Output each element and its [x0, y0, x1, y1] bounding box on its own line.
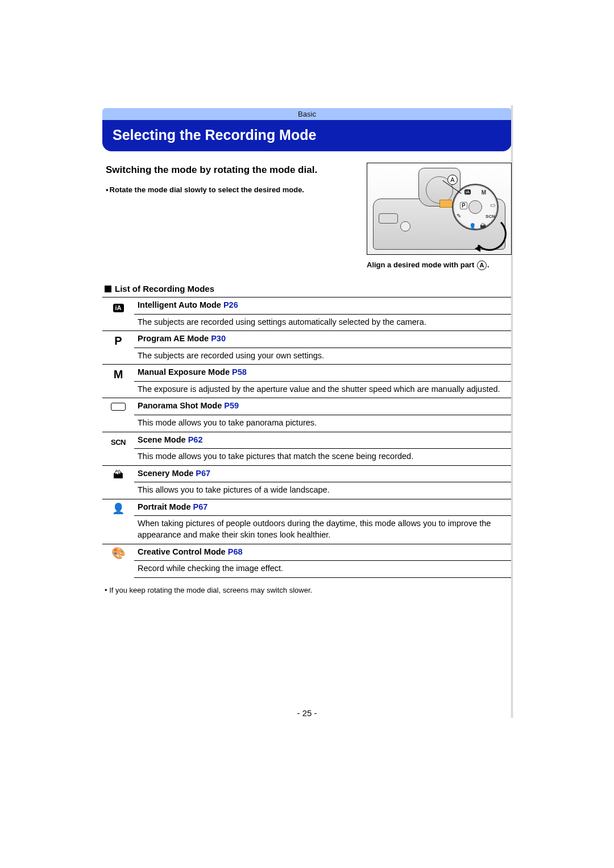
- page-title: Selecting the Recording Mode: [102, 120, 512, 151]
- table-row: This mode allows you to take panorama pi…: [102, 415, 512, 432]
- page-ref-link[interactable]: P59: [224, 401, 239, 410]
- table-row: The exposure is adjusted by the aperture…: [102, 381, 512, 398]
- mode-name: Manual Exposure Mode: [138, 367, 230, 377]
- mode-icon-panorama: [102, 398, 134, 432]
- mode-icon-scn: SCN: [102, 432, 134, 465]
- page-ref-link[interactable]: P26: [223, 300, 238, 309]
- page-ref-link[interactable]: P62: [188, 435, 203, 444]
- table-row: P Program AE Mode P30: [102, 331, 512, 348]
- callout-a-icon: A: [447, 175, 458, 185]
- instruction-bullet: • Rotate the mode dial slowly to select …: [106, 185, 350, 195]
- mode-name: Creative Control Mode: [138, 547, 226, 556]
- footnote: • If you keep rotating the mode dial, sc…: [105, 586, 512, 594]
- diagram-caption: Align a desired mode with part A.: [367, 261, 512, 270]
- page-ref-link[interactable]: P30: [211, 334, 226, 343]
- mode-name: Program AE Mode: [138, 334, 209, 343]
- table-row: M Manual Exposure Mode P58: [102, 365, 512, 382]
- table-row: This mode allows you to take pictures th…: [102, 449, 512, 466]
- page-ref-link[interactable]: P68: [228, 547, 243, 556]
- manual-page: Basic Selecting the Recording Mode Switc…: [102, 108, 512, 718]
- mode-name: Scenery Mode: [138, 469, 193, 478]
- table-row: Record while checking the image effect.: [102, 561, 512, 578]
- table-row: 🏔 Scenery Mode P67: [102, 465, 512, 482]
- table-row: When taking pictures of people outdoors …: [102, 516, 512, 544]
- dial-index-icon: [439, 200, 452, 208]
- table-row: The subjects are recorded using settings…: [102, 314, 512, 331]
- table-row: iA Intelligent Auto Mode P26: [102, 297, 512, 315]
- mode-icon-portrait: 👤: [102, 499, 134, 544]
- mode-name: Scene Mode: [138, 435, 186, 444]
- table-row: SCN Scene Mode P62: [102, 432, 512, 449]
- mode-desc: The exposure is adjusted by the aperture…: [134, 381, 512, 398]
- mode-name: Intelligent Auto Mode: [138, 300, 221, 309]
- mode-icon-p: P: [102, 331, 134, 365]
- mode-desc: The subjects are recorded using settings…: [134, 314, 512, 331]
- page-ref-link[interactable]: P67: [193, 502, 208, 511]
- mode-icon-creative: 🎨: [102, 544, 134, 577]
- square-bullet-icon: [105, 286, 111, 292]
- table-row: This allows you to take pictures of a wi…: [102, 482, 512, 499]
- table-row: 👤 Portrait Mode P67: [102, 499, 512, 516]
- table-row: Panorama Shot Mode P59: [102, 398, 512, 415]
- mode-icon-m: M: [102, 365, 134, 398]
- mode-desc: This mode allows you to take panorama pi…: [134, 415, 512, 432]
- bullet-icon: •: [106, 185, 109, 195]
- table-row: 🎨 Creative Control Mode P68: [102, 544, 512, 561]
- mode-name: Panorama Shot Mode: [138, 401, 222, 410]
- mode-icon-scenery: 🏔: [102, 465, 134, 499]
- page-ref-link[interactable]: P67: [196, 469, 210, 478]
- section-header: Basic: [102, 108, 512, 120]
- mode-desc: The subjects are recorded using your own…: [134, 348, 512, 365]
- mode-desc: This allows you to take pictures of a wi…: [134, 482, 512, 499]
- modes-table: iA Intelligent Auto Mode P26 The subject…: [102, 297, 512, 578]
- mode-desc: This mode allows you to take pictures th…: [134, 449, 512, 466]
- page-ref-link[interactable]: P58: [232, 367, 247, 377]
- mode-icon-ia: iA: [102, 297, 134, 331]
- mode-name: Portrait Mode: [138, 502, 190, 511]
- subtitle: Switching the mode by rotating the mode …: [106, 164, 350, 177]
- mode-desc: Record while checking the image effect.: [134, 561, 512, 578]
- instruction-text: Rotate the mode dial slowly to select th…: [110, 185, 304, 195]
- table-row: The subjects are recorded using your own…: [102, 348, 512, 365]
- arrow-tip-icon: [475, 245, 480, 252]
- page-number: - 25 -: [102, 708, 512, 718]
- mode-desc: When taking pictures of people outdoors …: [134, 516, 512, 544]
- list-heading: List of Recording Modes: [105, 284, 512, 294]
- mode-dial-diagram: iA P M ▭ SCN 🏔 👤 ✎ A: [367, 163, 512, 255]
